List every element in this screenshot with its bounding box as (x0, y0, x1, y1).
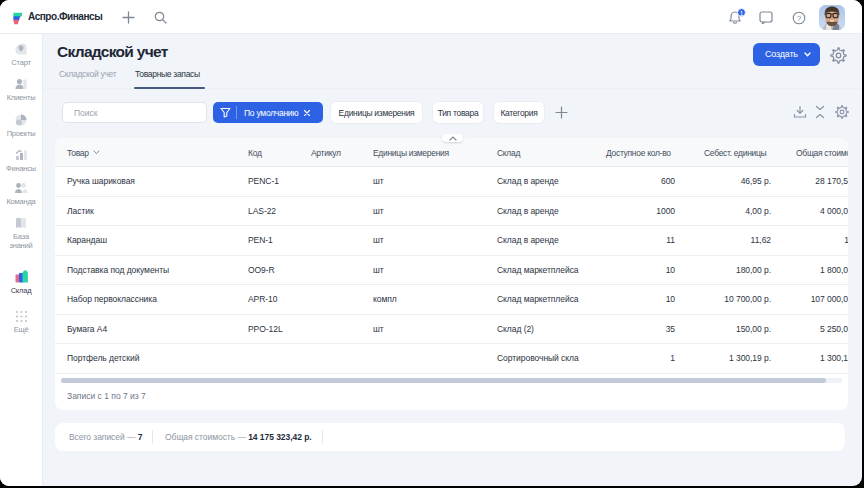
svg-text:?: ? (797, 13, 802, 22)
